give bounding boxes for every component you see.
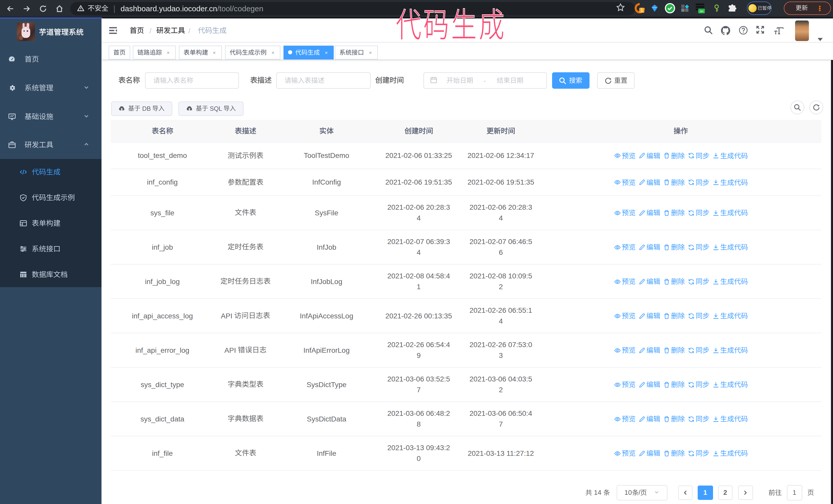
svg-text:1: 1 (641, 8, 643, 13)
svg-text:on: on (700, 9, 703, 13)
